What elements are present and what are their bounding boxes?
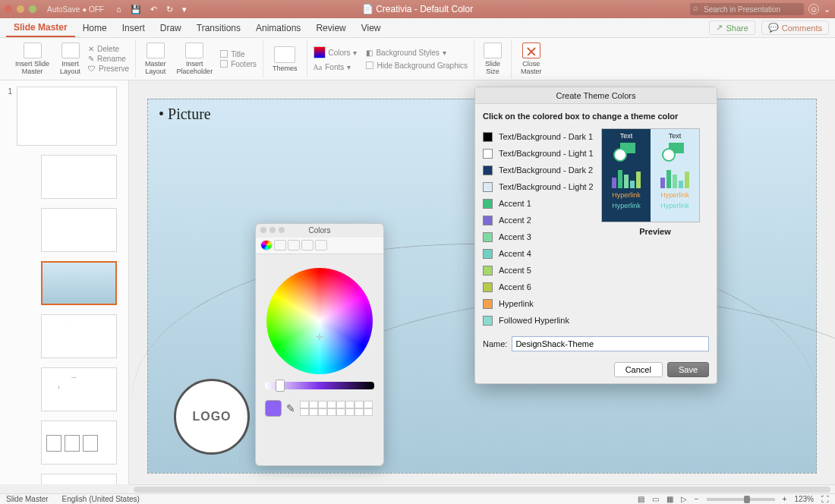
home-icon[interactable]: ⌂ (116, 5, 121, 14)
slide-size-button[interactable]: Slide Size (481, 41, 505, 77)
zoom-in-icon[interactable]: + (783, 495, 787, 503)
autosave-toggle[interactable]: AutoSave ● OFF (47, 5, 104, 14)
theme-color-row[interactable]: Accent 1 (483, 195, 597, 212)
saved-swatches[interactable] (300, 401, 373, 416)
save-icon[interactable]: 💾 (131, 5, 141, 14)
color-palettes-tab[interactable] (288, 240, 300, 250)
brightness-slider[interactable] (265, 382, 374, 389)
color-swatch[interactable] (483, 149, 493, 159)
layout-thumb-selected[interactable] (41, 261, 117, 305)
tab-transitions[interactable]: Transitions (189, 20, 248, 36)
footers-checkbox[interactable]: Footers (220, 60, 257, 68)
slide-master-thumb[interactable]: 1 (17, 87, 117, 146)
themes-button[interactable]: Themes (269, 41, 301, 77)
tab-draw[interactable]: Draw (153, 20, 189, 36)
zoom-out-icon[interactable]: − (695, 495, 699, 503)
color-wheel-tab[interactable] (260, 240, 273, 250)
theme-color-row[interactable]: Accent 3 (483, 228, 597, 245)
theme-color-row[interactable]: Accent 5 (483, 262, 597, 279)
close-master-button[interactable]: Close Master (518, 41, 545, 77)
minimize-window-button[interactable] (17, 5, 24, 13)
insert-slide-master-button[interactable]: Insert Slide Master (12, 41, 52, 77)
slideshow-view-icon[interactable]: ▷ (681, 495, 687, 503)
close-icon[interactable] (260, 227, 266, 233)
notes-view-icon[interactable]: ▤ (638, 495, 644, 503)
theme-color-row[interactable]: Text/Background - Dark 1 (483, 128, 597, 145)
color-swatch[interactable] (483, 199, 493, 209)
maximize-window-button[interactable] (29, 5, 36, 13)
theme-color-row[interactable]: Text/Background - Light 2 (483, 178, 597, 195)
theme-color-row[interactable]: Accent 6 (483, 279, 597, 295)
theme-name-input[interactable] (512, 336, 709, 351)
slider-knob[interactable] (276, 380, 285, 392)
tab-animations[interactable]: Animations (248, 20, 308, 36)
undo-icon[interactable]: ↶ (150, 5, 157, 14)
tab-home[interactable]: Home (75, 20, 115, 36)
insert-layout-button[interactable]: Insert Layout (57, 41, 84, 77)
zoom-level[interactable]: 123% (794, 495, 814, 503)
layout-thumb[interactable] (41, 155, 117, 199)
color-swatch[interactable] (483, 165, 493, 175)
rename-button[interactable]: ✎ Rename (88, 55, 129, 63)
layout-thumb[interactable] (41, 208, 117, 252)
color-sliders-tab[interactable] (274, 240, 286, 250)
theme-color-row[interactable]: Followed Hyperlink (483, 312, 597, 329)
title-placeholder[interactable]: Picture (159, 106, 211, 123)
color-swatch[interactable] (483, 282, 493, 292)
theme-color-row[interactable]: Accent 4 (483, 245, 597, 262)
logo-placeholder[interactable]: LOGO (174, 379, 250, 455)
layout-thumb[interactable] (41, 421, 117, 465)
layout-thumb[interactable] (41, 367, 117, 411)
reading-view-icon[interactable]: ▦ (666, 495, 673, 503)
comments-button[interactable]: 💬 Comments (761, 20, 829, 35)
tab-view[interactable]: View (354, 20, 389, 36)
user-icon[interactable]: ☺ (808, 4, 819, 14)
current-color-swatch[interactable] (265, 400, 282, 417)
color-wheel[interactable]: ✛ (266, 268, 373, 374)
theme-color-row[interactable]: Hyperlink (483, 295, 597, 312)
theme-color-row[interactable]: Text/Background - Dark 2 (483, 162, 597, 178)
color-swatch[interactable] (483, 216, 493, 225)
cancel-button[interactable]: Cancel (614, 362, 663, 377)
color-swatch[interactable] (483, 182, 493, 192)
color-swatch[interactable] (483, 266, 493, 276)
colors-dropdown[interactable]: Colors ▾ (314, 46, 358, 58)
minimize-icon[interactable] (269, 227, 276, 233)
tab-slide-master[interactable]: Slide Master (6, 19, 75, 37)
hide-bg-checkbox[interactable]: Hide Background Graphics (366, 61, 468, 70)
normal-view-icon[interactable]: ▭ (652, 495, 659, 503)
delete-button[interactable]: ✕ Delete (88, 45, 129, 53)
horizontal-scrollbar[interactable] (129, 484, 835, 493)
tab-insert[interactable]: Insert (115, 20, 153, 36)
insert-placeholder-button[interactable]: Insert Placeholder (174, 41, 216, 77)
bg-styles-dropdown[interactable]: ◧ Background Styles ▾ (366, 49, 468, 57)
title-checkbox[interactable]: Title (220, 50, 257, 58)
layout-thumb[interactable] (41, 474, 117, 484)
share-button[interactable]: ↗ Share (709, 20, 755, 35)
tab-review[interactable]: Review (308, 20, 353, 36)
language-label[interactable]: English (United States) (62, 495, 140, 503)
color-swatch[interactable] (483, 132, 493, 142)
search-input[interactable] (690, 3, 804, 15)
image-palettes-tab[interactable] (301, 240, 314, 250)
color-swatch[interactable] (483, 232, 493, 242)
color-swatch[interactable] (483, 249, 493, 259)
fonts-dropdown[interactable]: Aa Fonts ▾ (314, 63, 358, 71)
eyedropper-icon[interactable]: ✎ (286, 402, 295, 414)
overflow-icon[interactable]: ⌄ (824, 5, 830, 14)
master-layout-button[interactable]: Master Layout (142, 41, 169, 77)
dropdown-icon[interactable]: ▾ (182, 5, 187, 14)
preserve-button[interactable]: 🛡 Preserve (88, 65, 129, 73)
layout-thumb[interactable] (41, 314, 117, 358)
fit-to-window-icon[interactable]: ⛶ (821, 495, 829, 503)
color-swatch[interactable] (483, 299, 493, 309)
zoom-icon[interactable] (279, 227, 285, 233)
close-window-button[interactable] (5, 5, 12, 13)
zoom-slider[interactable] (707, 498, 775, 501)
pencils-tab[interactable] (315, 240, 327, 250)
theme-color-row[interactable]: Text/Background - Light 1 (483, 145, 597, 162)
redo-icon[interactable]: ↻ (166, 5, 173, 14)
color-swatch[interactable] (483, 316, 493, 326)
theme-color-row[interactable]: Accent 2 (483, 212, 597, 228)
save-button[interactable]: Save (667, 362, 709, 377)
